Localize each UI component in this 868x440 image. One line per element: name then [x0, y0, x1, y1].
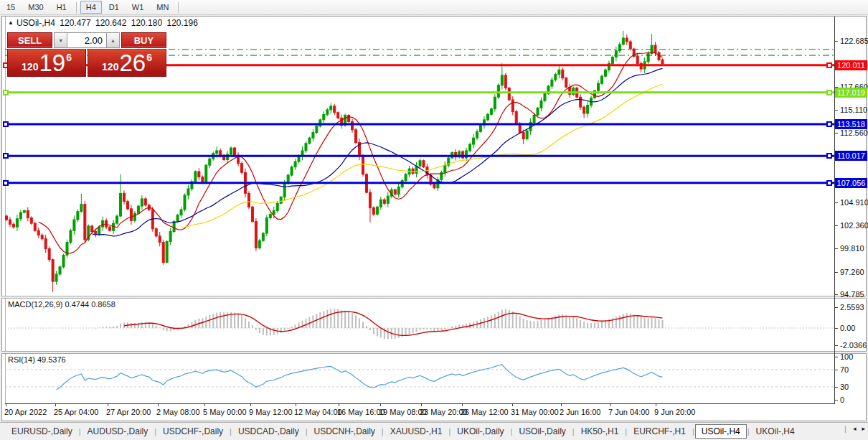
time-tick-mark	[610, 403, 610, 406]
time-tick-mark	[380, 403, 381, 406]
time-tick-mark	[6, 403, 6, 406]
time-axis-label: 7 Jun 04:00	[608, 408, 650, 416]
ohlc-low: 120.180	[131, 18, 162, 28]
bid-price-box[interactable]: 120 19 6	[7, 49, 86, 77]
price-tick-mark	[834, 41, 838, 42]
time-axis-border	[5, 403, 835, 404]
price-line-label-107.056: 107.056	[835, 178, 867, 188]
spin-up-icon: ▲	[110, 38, 115, 43]
macd-indicator-label: MACD(12,26,9) 0.4744 0.8658	[8, 300, 115, 309]
chart-collapse-icon[interactable]: ▲	[8, 19, 14, 26]
line-drag-handle[interactable]	[3, 180, 9, 186]
ohlc-high: 120.642	[95, 18, 126, 28]
moving-average-lines	[39, 52, 663, 253]
chart-title: ▲USOil-,H4 120.477 120.642 120.180 120.1…	[8, 18, 200, 28]
price-tick-mark	[834, 225, 838, 226]
line-drag-handle[interactable]	[826, 180, 832, 186]
panel-splitter-rsi[interactable]	[1, 351, 867, 354]
price-tick-mark	[834, 133, 838, 134]
rsi-line	[57, 365, 663, 390]
indicator-tick-label: 70	[840, 365, 849, 374]
line-drag-handle[interactable]	[3, 121, 9, 127]
line-drag-handle[interactable]	[826, 90, 832, 95]
ohlc-open: 120.477	[60, 18, 90, 28]
bid-prefix: 120	[22, 61, 38, 72]
indicator-tick-label: 0	[840, 395, 844, 404]
macd-signal-line	[124, 312, 662, 335]
time-tick-mark	[204, 403, 205, 406]
bid-pip-digit: 6	[66, 52, 72, 63]
line-drag-handle[interactable]	[826, 153, 832, 159]
chart-symbol: USOil-,H4	[16, 18, 55, 28]
volume-increase-button[interactable]: ▲	[106, 32, 120, 48]
price-tick-label: 122.685	[840, 37, 868, 45]
price-tick-label: 102.360	[840, 221, 868, 230]
indicator-tick-mark	[834, 370, 838, 370]
price-tick-mark	[834, 294, 838, 295]
buy-button[interactable]: BUY	[121, 32, 166, 48]
indicator-tick-mark	[834, 387, 838, 388]
indicator-tick-mark	[834, 400, 838, 401]
price-tick-mark	[834, 248, 838, 249]
ohlc-close: 120.196	[166, 18, 197, 28]
price-tick-label: 104.910	[840, 198, 868, 207]
indicator-tick-label: 0.00	[840, 324, 855, 332]
time-axis-label: 31 May 00:00	[511, 408, 559, 416]
time-tick-mark	[250, 403, 251, 406]
time-axis-label: 5 May 00:00	[203, 408, 247, 416]
ask-price-box[interactable]: 120 26 6	[88, 49, 166, 77]
volume-decrease-button[interactable]: ▼	[54, 32, 67, 48]
time-tick-mark	[561, 403, 562, 406]
indicator-tick-label: 100	[840, 352, 853, 361]
time-tick-mark	[158, 403, 159, 406]
time-axis-label: 2 Jun 16:00	[560, 408, 601, 416]
time-tick-mark	[421, 403, 422, 406]
price-tick-mark	[834, 202, 838, 203]
macd-histogram	[95, 309, 663, 340]
indicator-tick-label: 2.5593	[840, 303, 864, 312]
price-tick-label: 97.260	[840, 268, 864, 276]
price-tick-mark	[834, 272, 838, 273]
price-tick-label: 99.810	[840, 244, 864, 253]
rsi-indicator-label: RSI(14) 49.5376	[8, 355, 66, 364]
ask-pip-digit: 6	[146, 52, 152, 63]
indicator-tick-mark	[834, 357, 838, 357]
ask-prefix: 120	[102, 61, 118, 72]
time-tick-mark	[296, 403, 296, 406]
time-axis-label: 12 May 04:00	[294, 408, 342, 416]
price-tick-mark	[834, 110, 838, 111]
time-tick-mark	[462, 403, 463, 406]
time-tick-mark	[55, 403, 56, 406]
ma-line-10[interactable]	[39, 52, 663, 253]
indicator-tick-mark	[834, 307, 838, 308]
panel-splitter-macd[interactable]	[1, 296, 867, 299]
time-axis-label: 26 May 12:00	[461, 408, 509, 416]
indicator-tick-mark	[834, 345, 838, 346]
price-line-label-110.017: 110.017	[835, 151, 867, 161]
time-axis-label: 9 Jun 20:00	[654, 408, 696, 416]
price-tick-label: 115.110	[840, 106, 867, 114]
time-tick-mark	[108, 403, 108, 406]
trading-platform-window: 15M30H1H4D1W1MN ▲USOil-,H4 120.477 120.6…	[0, 0, 868, 440]
time-tick-mark	[656, 403, 656, 406]
price-line-label-117.019: 117.019	[835, 88, 867, 98]
price-line-label-120.011: 120.011	[835, 60, 867, 70]
time-axis-label: 20 Apr 2022	[4, 408, 47, 416]
time-tick-mark	[339, 403, 339, 406]
line-drag-handle[interactable]	[3, 90, 9, 95]
line-drag-handle[interactable]	[3, 153, 9, 159]
line-drag-handle[interactable]	[826, 121, 832, 127]
time-axis-label: 2 May 08:00	[156, 408, 200, 416]
time-axis-label: 16 May 16:00	[337, 408, 385, 416]
line-drag-handle[interactable]	[826, 62, 832, 68]
price-tick-label: 94.785	[840, 290, 864, 299]
one-click-trade-panel: SELL ▼ ▲ BUY 120 19 6 120 26 6	[7, 32, 166, 78]
sell-button[interactable]: SELL	[7, 32, 52, 48]
indicator-tick-mark	[834, 328, 838, 329]
ask-main-digits: 26	[119, 51, 146, 75]
time-axis-label: 9 May 12:00	[249, 408, 293, 416]
indicator-tick-label: 30	[840, 383, 849, 391]
time-tick-mark	[512, 403, 513, 406]
volume-input[interactable]	[67, 32, 106, 48]
spin-down-icon: ▼	[58, 38, 63, 43]
